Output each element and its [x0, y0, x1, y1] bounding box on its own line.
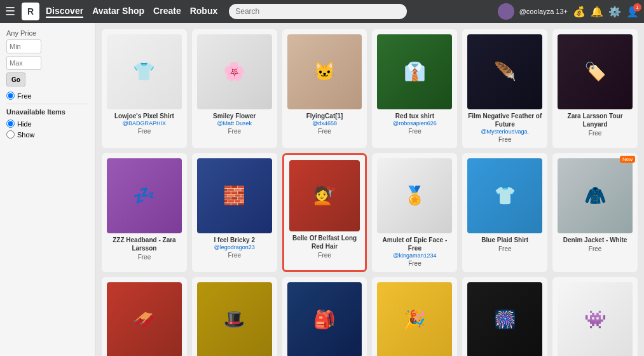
item-card[interactable]: 👕 Blue Plaid Shirt Free	[462, 153, 547, 272]
item-name: Blue Plaid Shirt	[481, 236, 528, 244]
item-card[interactable]: 🪶 Film Negative Feather of Future @Myste…	[462, 29, 547, 148]
hamburger-icon[interactable]: ☰	[5, 4, 15, 18]
hide-radio-row[interactable]: Hide	[6, 120, 88, 128]
navbar: ☰ R Discover Avatar Shop Create Robux @c…	[0, 0, 644, 23]
sidebar-divider	[6, 104, 88, 104]
item-card[interactable]: 🎩 Guppus the Amazing - Hat Offsale	[192, 277, 277, 356]
item-price: Free	[408, 260, 421, 267]
item-image: 👾	[558, 282, 633, 356]
item-price: Free	[408, 128, 421, 135]
item-name: Film Negative Feather of Future	[467, 112, 542, 128]
item-image: 🪶	[467, 34, 542, 109]
item-card[interactable]: 🐱 FlyingCat[1] @dx4658 Free	[282, 29, 367, 148]
nav-links: Discover Avatar Shop Create Robux	[46, 6, 217, 18]
settings-icon-btn[interactable]: ⚙️	[608, 6, 621, 18]
username-label: @coolayza 13+	[519, 8, 568, 15]
unavailable-section: Unavailable Items Hide Show	[6, 108, 88, 139]
nav-link-robux[interactable]: Robux	[190, 6, 218, 18]
item-name: Smiley Flower	[213, 112, 256, 120]
items-grid: 👕 Lowjoe's Pixel Shirt @BADGRAPHIX Free …	[102, 29, 638, 356]
search-container	[229, 4, 407, 19]
item-card[interactable]: 🎆 2022 New Year's Countdown Hat Offsale	[462, 277, 547, 356]
item-card[interactable]: 🧱 I feel Bricky 2 @legodragon23 Free	[192, 153, 277, 272]
nav-link-discover[interactable]: Discover	[46, 6, 83, 18]
item-price: Free	[589, 245, 602, 252]
item-card[interactable]: 👕 Lowjoe's Pixel Shirt @BADGRAPHIX Free	[102, 29, 187, 148]
logo: R	[22, 3, 39, 20]
item-name: Amulet of Epic Face - Free	[377, 236, 452, 252]
show-label: Show	[17, 131, 35, 139]
profile-icon-btn[interactable]: 👤 1	[626, 6, 639, 18]
item-price: Free	[138, 128, 151, 135]
notifications-icon-btn[interactable]: 🔔	[591, 6, 603, 18]
max-price-input[interactable]	[6, 56, 41, 70]
item-image: 🎩	[197, 282, 272, 356]
item-image: 👕	[467, 158, 542, 233]
item-card[interactable]: 🌸 Smiley Flower @Matt Dusek Free	[192, 29, 277, 148]
sidebar: Any Price Go Free Unavailable Items Hide…	[0, 23, 95, 356]
item-image: 🏷️	[558, 34, 633, 109]
show-radio-row[interactable]: Show	[6, 130, 88, 139]
item-name: Denim Jacket - White	[563, 236, 627, 244]
go-button[interactable]: Go	[6, 72, 25, 86]
item-image: 🧥	[558, 158, 633, 233]
free-label: Free	[17, 92, 32, 100]
item-name: Belle Of Belfast Long Red Hair	[289, 234, 360, 250]
hide-label: Hide	[17, 120, 32, 128]
notification-badge: 1	[633, 3, 641, 11]
item-card[interactable]: 👔 Red tux shirt @robosapien626 Free	[372, 29, 457, 148]
robux-icon-btn[interactable]: 💰	[573, 6, 586, 18]
item-image: 🐱	[287, 34, 362, 109]
items-area: 👕 Lowjoe's Pixel Shirt @BADGRAPHIX Free …	[95, 23, 644, 356]
item-name: I feel Bricky 2	[214, 236, 255, 244]
user-avatar	[498, 3, 514, 20]
item-card[interactable]: 🛷 Winter Sled Offsale	[102, 277, 187, 356]
item-card[interactable]: 💇 Belle Of Belfast Long Red Hair Free	[282, 153, 367, 272]
item-card[interactable]: New 🧥 Denim Jacket - White Free	[552, 153, 638, 272]
item-name: Lowjoe's Pixel Shirt	[114, 112, 174, 120]
unavailable-title: Unavailable Items	[6, 108, 88, 116]
item-price: Free	[498, 245, 512, 252]
item-price: Free	[228, 128, 241, 135]
item-creator: @Matt Dusek	[217, 120, 252, 127]
item-creator: @MysteriousVaga.	[481, 128, 529, 135]
item-image: 🎒	[287, 282, 362, 356]
item-price: Free	[498, 136, 512, 143]
item-name: Red tux shirt	[395, 112, 434, 120]
item-image: 🌸	[197, 34, 272, 109]
item-image: 🏅	[377, 158, 452, 233]
hide-radio[interactable]	[6, 120, 15, 128]
item-price: Free	[228, 252, 241, 259]
min-price-input[interactable]	[6, 39, 41, 53]
search-input[interactable]	[229, 4, 407, 19]
item-image: 🧱	[197, 158, 272, 233]
show-radio[interactable]	[6, 130, 15, 139]
item-price: Free	[589, 130, 602, 137]
item-card[interactable]: 🏅 Amulet of Epic Face - Free @kingaman12…	[372, 153, 457, 272]
item-creator: @legodragon23	[214, 244, 255, 250]
item-image: 👕	[107, 34, 182, 109]
settings-icon: ⚙️	[608, 6, 621, 17]
nav-right: @coolayza 13+ 💰 🔔 ⚙️ 👤 1	[498, 3, 639, 20]
free-radio-row[interactable]: Free	[6, 92, 88, 100]
item-name: Zara Larsson Tour Lanyard	[558, 112, 633, 128]
item-name: FlyingCat[1]	[306, 112, 343, 120]
item-name: ZZZ Headband - Zara Larsson	[107, 236, 182, 252]
item-creator: @robosapien626	[393, 120, 437, 127]
item-image: 👔	[377, 34, 452, 109]
nav-link-create[interactable]: Create	[153, 6, 181, 18]
item-card[interactable]: 🎒 Guide's Backpack Offsale	[282, 277, 367, 356]
item-price: Free	[318, 252, 331, 259]
nav-link-avatarshop[interactable]: Avatar Shop	[92, 6, 144, 18]
item-image: 🛷	[107, 282, 182, 356]
item-card[interactable]: 💤 ZZZ Headband - Zara Larsson Free	[102, 153, 187, 272]
robux-icon: 💰	[573, 6, 586, 17]
item-card[interactable]: 🎉 2022 New Year's Celebration Hat Offsal…	[372, 277, 457, 356]
item-badge: New	[620, 156, 635, 163]
item-card[interactable]: 🏷️ Zara Larsson Tour Lanyard Free	[552, 29, 638, 148]
notifications-icon: 🔔	[591, 6, 603, 17]
item-card[interactable]: 👾 Bowser 101!.bmp @Bowser101 Offsale	[552, 277, 638, 356]
item-creator: @kingaman1234	[393, 252, 436, 259]
item-image: 💤	[107, 158, 182, 233]
free-radio[interactable]	[6, 92, 15, 100]
